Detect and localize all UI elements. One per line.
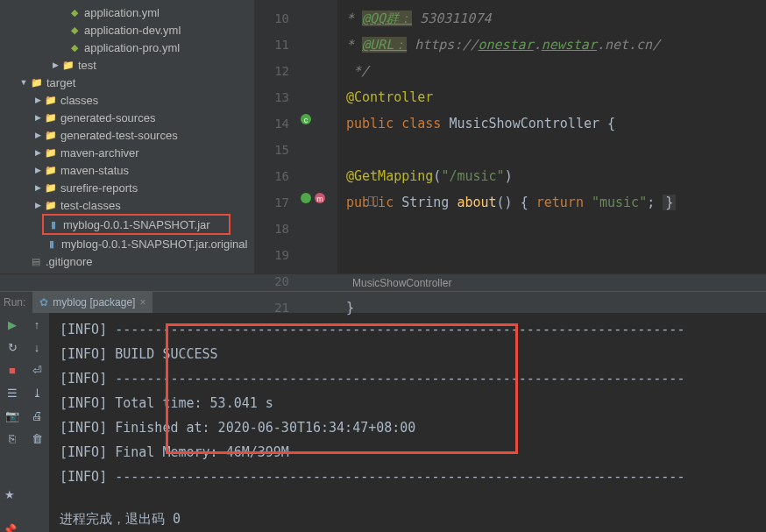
svg-text:c: c [304,116,309,124]
fold-icon[interactable]: + [368,196,378,206]
print-icon[interactable]: 🖨 [30,408,44,422]
tree-item[interactable]: ◆ application-pro.yml [0,39,254,56]
svg-point-2 [301,193,311,203]
jar-icon: ▮ [47,218,60,231]
tree-item[interactable]: ▮ myblog-0.0.1-SNAPSHOT.jar.original [0,235,254,252]
tree-item[interactable]: ▶ 📁 generated-sources [0,109,254,126]
folder-icon: 📁 [45,146,57,159]
class-name: MusicShowController [449,116,599,131]
tree-item[interactable]: ▼ 📁 target [0,74,254,91]
expand-arrow-icon[interactable]: ▶ [33,96,42,104]
down-icon[interactable]: ↓ [30,340,44,354]
folder-label: test-classes [60,199,121,212]
comment-tag: @QQ群： [362,11,412,26]
maven-icon: ✿ [39,296,48,309]
console-output[interactable]: [INFO] ---------------------------------… [49,313,766,532]
tree-item[interactable]: ▤ .gitignore [0,252,254,270]
run-panel-label: Run: [4,296,25,309]
tree-item[interactable]: ▶ 📁 test [0,56,254,74]
folder-icon: 📁 [45,94,57,106]
file-label: application-pro.yml [84,41,180,54]
refresh-icon[interactable]: ↻ [5,340,19,354]
tree-item-highlighted[interactable]: ▮ myblog-0.0.1-SNAPSHOT.jar [44,216,229,233]
scroll-icon[interactable]: ⤓ [30,386,44,400]
collapse-arrow-icon[interactable]: ▼ [19,78,28,87]
tree-item[interactable]: ▶ 📁 test-classes [0,196,254,214]
folder-icon: 📁 [31,76,43,89]
folder-label: classes [60,94,98,107]
up-icon[interactable]: ↑ [30,317,44,331]
method-name: about [457,195,496,210]
comment-end: */ [346,63,369,79]
favorite-icon[interactable]: ★ [3,488,17,501]
expand-arrow-icon[interactable]: ▶ [33,201,42,209]
expand-arrow-icon[interactable]: ▶ [33,113,42,122]
annotation: @GetMapping [346,168,433,184]
tree-item[interactable]: ▶ 📁 maven-archiver [0,144,254,161]
pin-icon[interactable]: 📌 [3,523,17,532]
line-numbers: 10 11 12 13 14 15 16 17 18 19 20 21 [254,0,298,273]
project-tree[interactable]: ◆ application.yml ◆ application-dev.yml … [0,0,254,273]
file-label: myblog-0.0.1-SNAPSHOT.jar.original [61,238,247,251]
build-status: BUILD SUCCESS [115,346,217,362]
file-label: .gitignore [46,255,92,268]
finished-time: Finished at: 2020-06-30T16:34:47+08:00 [115,420,415,436]
code-editor[interactable]: 10 11 12 13 14 15 16 17 18 19 20 21 c [254,0,766,273]
tree-item[interactable]: ▶ 📁 maven-status [0,161,254,179]
file-icon: ▤ [30,255,42,267]
url-link[interactable]: newstar [542,37,597,53]
delete-icon[interactable]: 🗑 [30,431,44,445]
spring-mapping-icon[interactable]: m [300,192,326,204]
folder-icon: 📁 [45,199,57,211]
folder-label: maven-status [60,164,129,177]
folder-icon: 📁 [45,129,57,141]
folder-label: generated-test-sources [60,129,178,142]
folder-label: surefire-reports [60,181,138,195]
svg-text:m: m [316,195,323,203]
comment-value: 530311074 [420,11,491,26]
run-icon[interactable]: ▶ [5,317,19,331]
folder-label: test [78,59,96,72]
run-toolbar-right: ↑ ↓ ⏎ ⤓ 🖨 🗑 [25,313,49,532]
jar-icon: ▮ [46,238,58,250]
url-link[interactable]: onestar [478,37,533,53]
folder-label: generated-sources [60,111,155,124]
folder-label: target [46,76,75,89]
folder-icon: 📁 [45,181,57,194]
total-time: Total time: 53.041 s [115,395,273,411]
yml-icon: ◆ [68,6,81,18]
close-icon[interactable]: × [139,296,145,309]
camera-icon[interactable]: 📷 [5,408,19,422]
folder-label: maven-archiver [60,146,139,160]
folder-icon: 📁 [45,164,57,176]
file-label: myblog-0.0.1-SNAPSHOT.jar [63,218,210,231]
yml-icon: ◆ [68,24,81,36]
tree-item[interactable]: ▶ 📁 generated-test-sources [0,126,254,144]
run-tab[interactable]: ✿ myblog [package] × [32,292,152,313]
run-tab-label: myblog [package] [53,296,135,309]
memory-info: Final Memory: 46M/399M [115,444,289,460]
expand-arrow-icon[interactable]: ▶ [33,183,42,192]
tree-item[interactable]: ◆ application.yml [0,4,254,21]
spring-bean-icon[interactable]: c [300,113,312,125]
comment-tag: @URL： [362,37,407,53]
expand-arrow-icon[interactable]: ▶ [51,60,60,69]
expand-arrow-icon[interactable]: ▶ [33,131,42,139]
tree-item[interactable]: ▶ 📁 surefire-reports [0,179,254,196]
exit-message: 进程完成，退出码 0 [60,507,755,531]
file-label: application-dev.yml [84,24,181,37]
folder-icon: 📁 [62,59,74,71]
annotation: @Controller [346,89,433,105]
expand-arrow-icon[interactable]: ▶ [33,166,42,174]
tree-item[interactable]: ▶ 📁 classes [0,91,254,109]
export-icon[interactable]: ⎘ [5,431,19,445]
expand-arrow-icon[interactable]: ▶ [33,148,42,157]
tree-item[interactable]: ◆ application-dev.yml [0,21,254,39]
yml-icon: ◆ [68,41,81,53]
wrap-icon[interactable]: ⏎ [30,363,44,377]
stack-icon[interactable]: ☰ [5,386,19,400]
folder-icon: 📁 [45,111,57,124]
stop-icon[interactable]: ■ [5,363,19,377]
file-label: application.yml [84,6,160,19]
